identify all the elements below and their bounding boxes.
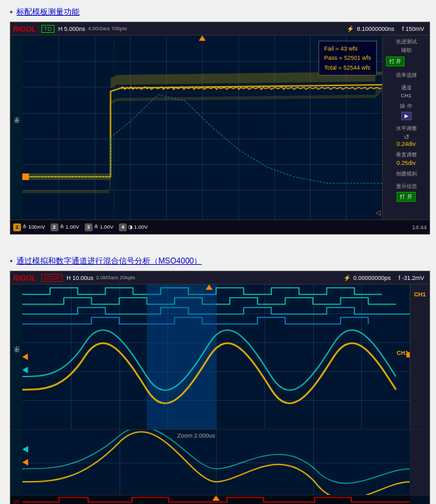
bullet2: •	[10, 257, 12, 266]
rp-create-rule: 创建规则	[384, 170, 428, 179]
rp-ch: 通道 CH1	[384, 84, 428, 99]
rp-create-title: 创建规则	[384, 170, 428, 177]
section1-link[interactable]: 标配模板测量功能	[16, 7, 79, 18]
scope2-trigger-time: 0.00000000ps	[353, 275, 391, 281]
scope1-ch3-indicator: 3 ≙ 1.00V	[85, 223, 114, 231]
rp-showinfo-title: 显示信息	[384, 183, 428, 190]
scope1-time: 14:44	[412, 224, 427, 231]
scope2-main: 水平	[11, 285, 429, 429]
scope1-ch1-marker	[22, 173, 29, 180]
section2-link-container: • 通过模拟和数字通道进行混合信号分析（MSO4000）	[10, 256, 426, 267]
scope1-ch2-num: 2	[51, 223, 58, 231]
scope2-status: STOP	[41, 274, 62, 282]
rp-operate: 操 作 ▶	[384, 103, 428, 121]
scope2-zoom-waveform	[22, 430, 410, 495]
scope1-ch3-val: ≙ 1.00V	[94, 224, 114, 230]
scope1-fail-stat: Fail = 43 wfs	[324, 44, 371, 53]
scope2-trigger-icon: ⚡	[343, 275, 351, 281]
scope1-trigger-icon: ⚡	[347, 26, 354, 32]
scope1-ch4-val: ◑ 1.00V	[128, 224, 148, 230]
svg-marker-1	[199, 35, 206, 41]
scope1-ch4-num: 4	[119, 223, 127, 231]
rp-adv-test: 先进测试 辅助 打 开	[384, 38, 428, 68]
svg-marker-4	[22, 354, 28, 360]
scope2-digital-waveform	[22, 495, 410, 504]
scope1-bottombar: 1 ≙ 100mV 2 ≙ 1.00V 3 ≙ 1.00V 4 ◑ 1.00V …	[11, 219, 429, 234]
rigol-logo-1: RIGOL	[13, 25, 36, 33]
scope2-analog-waveform	[22, 285, 410, 429]
rp-show-info: 显示信息 打 开	[384, 183, 428, 202]
scope1-screen: Fail = 43 wfs Pass = 52501 wfs Total = 5…	[22, 35, 382, 219]
scope1-timebase: H 5.000ns	[58, 26, 85, 32]
rp-select: 倍率选择	[384, 72, 428, 80]
scope2-rightpanel: CH1	[410, 285, 429, 429]
scope1-pass-stat: Pass = 52501 wfs	[324, 53, 371, 62]
scope1-trigger-volt: f 150mV	[402, 26, 424, 32]
scope2-zoom-view: Zoom 2.000us	[11, 429, 429, 495]
scope2-ch1-right-marker	[406, 352, 410, 357]
rp-hadj-val: 0.24div	[384, 141, 428, 147]
rp-hadj-icon: ↺	[384, 133, 428, 141]
section2-link[interactable]: 通过模拟和数字通道进行混合信号分析（MSO4000）	[16, 256, 202, 267]
scope1-ch4-indicator: 4 ◑ 1.00V	[119, 223, 148, 231]
scope1-trigger-time: 8.10000000ns	[357, 26, 394, 32]
scope2-digital-channels: D0 D1 D2 D3 D4 D5 D6	[11, 495, 429, 504]
rp-open-row: 打 开	[384, 55, 428, 68]
scope1-ch2-val: ≙ 1.00V	[60, 224, 79, 230]
rp-hadj-title: 水平调整	[384, 125, 428, 132]
scope1-rightpanel: 先进测试 辅助 打 开 倍率选择 通道 CH1 操 作 ▶ 水平调整 ↺ 0.2…	[382, 35, 429, 219]
scope1-total-stat: Total = 52544 wfs	[324, 63, 371, 72]
scope1-ch1-num: 1	[13, 223, 21, 231]
scope1-ch2-indicator: 2 ≙ 1.00V	[51, 223, 79, 231]
svg-marker-10	[212, 495, 219, 501]
rp-vadj-val: 0.25div	[384, 160, 428, 166]
scope2-zoom-label: Zoom 2.000us	[177, 432, 215, 439]
scope1-ch1-indicator: 1 ≙ 100mV	[13, 223, 45, 231]
scope1-topbar: RIGOL TD H 5.000ns 4.0GSa/s 700pts ⚡ 8.1…	[11, 22, 429, 35]
rp-vadj-title: 垂直调整	[384, 151, 428, 158]
scope1-main: 水平	[11, 35, 429, 219]
svg-marker-5	[22, 367, 28, 373]
svg-rect-3	[147, 285, 216, 429]
rigol-logo-2: RIGOL	[13, 274, 36, 282]
rp-open2-btn[interactable]: 打 开	[397, 192, 415, 202]
svg-marker-8	[22, 446, 28, 453]
rp-ch-title: 通道	[384, 84, 428, 91]
rp-vadj: 垂直调整 0.25div	[384, 151, 428, 166]
scope1-stats-box: Fail = 43 wfs Pass = 52501 wfs Total = 5…	[318, 41, 377, 76]
rp-open-btn[interactable]: 打 开	[386, 57, 404, 66]
scope1-container: RIGOL TD H 5.000ns 4.0GSa/s 700pts ⚡ 8.1…	[10, 22, 430, 235]
scope2-container: RIGOL STOP H 10.00us 2.0MSa/s 20kpts ⚡ 0…	[10, 271, 430, 504]
scope2-timebase: H 10.00us	[66, 275, 93, 281]
scope1-status: TD	[41, 25, 54, 33]
scope2-topbar: RIGOL STOP H 10.00us 2.0MSa/s 20kpts ⚡ 0…	[11, 271, 429, 285]
rp-adv-title: 先进测试	[384, 38, 428, 45]
rp-help-title: 辅助	[384, 47, 428, 54]
scope2-screen: CH1	[22, 285, 410, 429]
scope1-corner-marker: ◁	[376, 209, 381, 216]
scope1-ch1-val: ≙ 100mV	[22, 224, 45, 230]
scope2-acq: 2.0MSa/s 20kpts	[96, 275, 135, 281]
rp-play-btn[interactable]: ▶	[401, 112, 412, 120]
bullet1: •	[10, 8, 12, 17]
scope1-ylabel: 水平	[11, 35, 22, 219]
scope2-ch1-right-label: CH1	[414, 291, 425, 298]
scope1-acq: 4.0GSa/s 700pts	[88, 26, 127, 32]
rp-operate-title: 操 作	[384, 103, 428, 110]
svg-marker-7	[22, 459, 28, 466]
rp-hadj: 水平调整 ↺ 0.24div	[384, 125, 428, 147]
scope2-ylabel: 水平	[11, 285, 22, 429]
scope1-ch3-num: 3	[85, 223, 93, 231]
rp-ch-val: CH1	[384, 93, 428, 99]
section1-link-container: • 标配模板测量功能	[10, 7, 426, 18]
scope2-trigger-volt: f -31.2mV	[399, 275, 424, 281]
rp-select-title: 倍率选择	[384, 72, 428, 79]
